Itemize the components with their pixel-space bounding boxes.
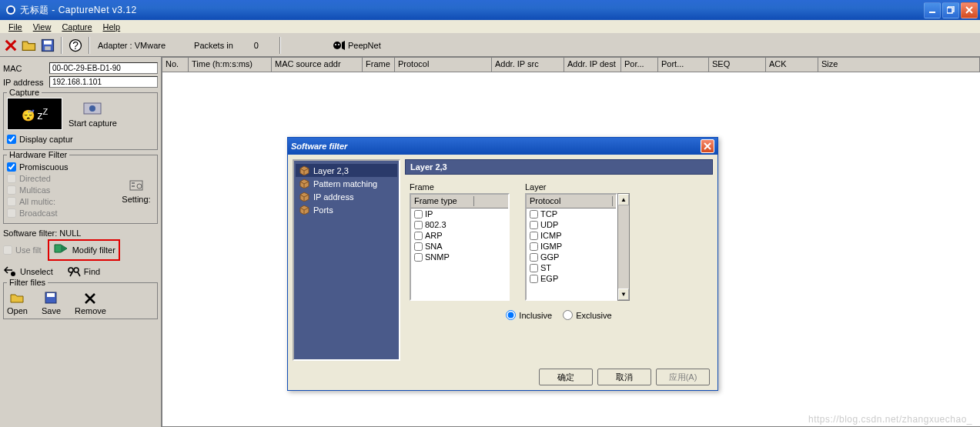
toolbar: ? Adapter : VMware Packets in 0 PeepNet — [0, 34, 980, 57]
list-item: UDP — [527, 219, 616, 230]
frame-label: Frame — [410, 182, 510, 192]
col-size[interactable]: Size — [818, 58, 980, 72]
list-item: EGP — [527, 273, 616, 284]
mac-value[interactable]: 00-0C-29-EB-D1-90 — [49, 62, 158, 74]
unselect-button[interactable]: Unselect — [3, 265, 53, 278]
svg-rect-16 — [132, 182, 135, 184]
menu-view[interactable]: View — [28, 22, 57, 32]
col-mac[interactable]: MAC source addr — [272, 58, 363, 72]
layer-listview[interactable]: Protocol TCP UDP ICMP IGMP GGP ST EGP — [525, 193, 617, 301]
list-item: ARP — [411, 230, 508, 241]
sidebar: MAC00-0C-29-EB-D1-90 IP address192.168.1… — [0, 57, 162, 427]
col-protocol[interactable]: Protocol — [395, 58, 492, 72]
ip-value[interactable]: 192.168.1.101 — [49, 76, 158, 88]
table-header: No. Time (h:m:s:ms) MAC source addr Fram… — [162, 58, 980, 72]
packets-value: 0 — [254, 41, 259, 50]
col-frame[interactable]: Frame — [363, 58, 395, 72]
delete-icon[interactable] — [3, 38, 18, 53]
nav-layer23[interactable]: Layer 2,3 — [296, 164, 397, 177]
svg-text:?: ? — [72, 40, 79, 52]
software-filter-label: Software filter: NULL — [3, 229, 158, 238]
capture-group: Capture 😴 zZ Start capture Display captu… — [3, 92, 158, 150]
help-icon[interactable]: ? — [68, 38, 83, 53]
list-item: IP — [411, 208, 508, 219]
scroll-down-icon[interactable]: ▼ — [618, 289, 629, 300]
display-capture-checkbox[interactable] — [7, 135, 16, 144]
filter-open-button[interactable]: Open — [7, 291, 28, 315]
mac-label: MAC — [3, 64, 49, 73]
find-button[interactable]: Find — [67, 265, 100, 278]
filter-files-group: Filter files Open Save Remove — [3, 282, 158, 319]
nav-pattern[interactable]: Pattern matching — [296, 177, 397, 190]
close-button[interactable] — [961, 2, 978, 18]
menu-capture[interactable]: Capture — [56, 22, 97, 32]
window-title: 无标题 - CaptureNet v3.12 — [20, 4, 137, 17]
filter-save-button[interactable]: Save — [42, 291, 61, 315]
svg-rect-6 — [44, 40, 52, 44]
list-item: ST — [527, 262, 616, 273]
ok-button[interactable]: 确定 — [539, 369, 593, 385]
broadcast-checkbox — [7, 208, 16, 218]
inclusive-radio[interactable]: Inclusive — [506, 310, 552, 320]
col-time[interactable]: Time (h:m:s:ms) — [189, 58, 272, 72]
modify-filter-button[interactable]: Modify filter — [48, 239, 120, 261]
menu-help[interactable]: Help — [98, 22, 126, 32]
svg-rect-23 — [47, 293, 55, 297]
app-icon — [5, 4, 17, 16]
svg-rect-4 — [947, 8, 952, 13]
svg-point-12 — [338, 44, 339, 45]
frame-listview[interactable]: Frame type IP 802.3 ARP SNA SNMP — [410, 193, 510, 301]
scrollbar[interactable]: ▲ ▼ — [617, 193, 630, 301]
col-ipsrc[interactable]: Addr. IP src — [492, 58, 564, 72]
nav-ipaddress[interactable]: IP address — [296, 190, 397, 203]
filter-remove-button[interactable]: Remove — [75, 291, 106, 315]
col-port2[interactable]: Port... — [658, 58, 709, 72]
svg-point-10 — [333, 42, 341, 49]
svg-point-20 — [69, 268, 73, 272]
list-item: SNMP — [411, 252, 508, 262]
dialog-nav: Layer 2,3 Pattern matching IP address Po… — [293, 159, 400, 361]
start-capture-button[interactable]: Start capture — [69, 100, 117, 128]
dialog-titlebar[interactable]: Software filter — [288, 138, 717, 155]
apply-button: 应用(A) — [656, 369, 710, 385]
col-ack[interactable]: ACK — [766, 58, 818, 72]
svg-point-21 — [74, 268, 79, 272]
scroll-up-icon[interactable]: ▲ — [618, 194, 629, 205]
nav-ports[interactable]: Ports — [296, 203, 397, 216]
exclusive-radio[interactable]: Exclusive — [563, 310, 611, 320]
list-item: GGP — [527, 252, 616, 262]
svg-point-11 — [335, 44, 336, 45]
cancel-button[interactable]: 取消 — [597, 369, 651, 385]
menu-file[interactable]: File — [3, 22, 28, 32]
packets-label: Packets in — [194, 41, 233, 50]
svg-point-1 — [8, 7, 14, 13]
settings-button[interactable]: Setting: — [119, 160, 154, 220]
watermark: https://blog.csdn.net/zhangxuechao_ — [808, 414, 972, 425]
svg-rect-7 — [45, 46, 51, 50]
list-item: SNA — [411, 241, 508, 252]
menu-bar: File View Capture Help — [0, 20, 980, 34]
peepnet-button[interactable]: PeepNet — [333, 39, 381, 52]
adapter-label: Adapter : VMware — [98, 41, 166, 50]
list-item: IGMP — [527, 241, 616, 252]
save-icon[interactable] — [40, 38, 55, 53]
col-port1[interactable]: Por... — [621, 58, 658, 72]
sleep-icon: 😴 zZ — [7, 98, 62, 130]
window-titlebar: 无标题 - CaptureNet v3.12 — [0, 0, 980, 20]
minimize-button[interactable] — [924, 2, 941, 18]
promiscuous-checkbox[interactable] — [7, 162, 16, 172]
list-item: ICMP — [527, 230, 616, 241]
list-item: 802.3 — [411, 219, 508, 230]
dialog-close-button[interactable] — [701, 139, 714, 153]
multicast-checkbox — [7, 185, 16, 195]
dialog-header: Layer 2,3 — [405, 159, 713, 175]
open-icon[interactable] — [22, 38, 37, 53]
layer-label: Layer — [525, 182, 630, 192]
allmulticast-checkbox — [7, 197, 16, 206]
col-seq[interactable]: SEQ — [709, 58, 766, 72]
svg-rect-2 — [929, 12, 935, 13]
hardware-filter-group: Hardware Filter Promiscuous Directed Mul… — [3, 155, 158, 224]
col-ipdst[interactable]: Addr. IP dest — [564, 58, 621, 72]
restore-button[interactable] — [942, 2, 959, 18]
col-no[interactable]: No. — [162, 58, 189, 72]
